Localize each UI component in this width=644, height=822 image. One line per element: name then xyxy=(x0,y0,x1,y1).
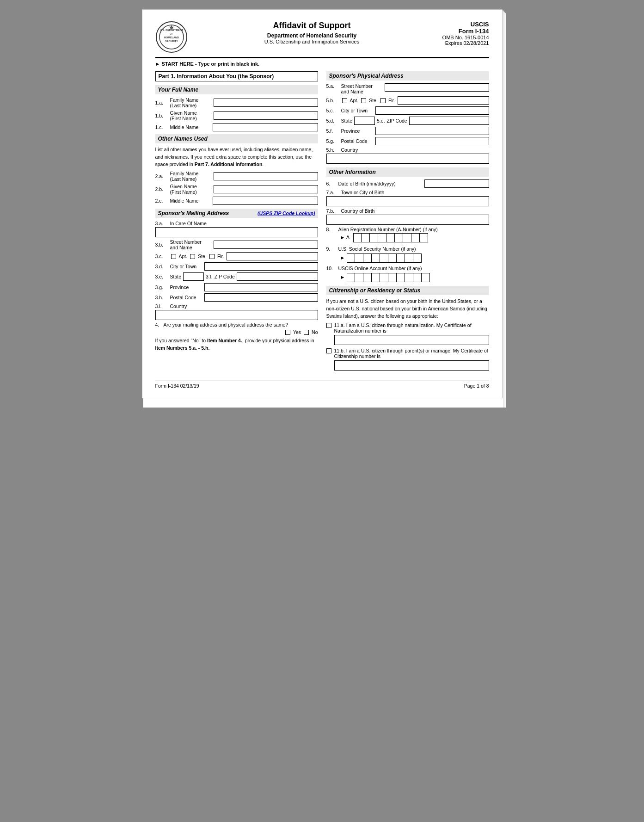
country-birth-input[interactable] xyxy=(326,215,489,225)
mailing-street-input[interactable] xyxy=(214,241,318,249)
phys-country-input[interactable] xyxy=(326,154,489,164)
phys-street-input[interactable] xyxy=(385,83,489,92)
a-seg-7[interactable] xyxy=(403,233,411,242)
field-3b-row: 3.b. Street Number and Name xyxy=(155,239,318,250)
middle-name-input[interactable] xyxy=(213,123,318,131)
ssn-boxes xyxy=(347,253,422,263)
acct-seg-1[interactable] xyxy=(347,273,355,282)
mailing-country-input[interactable] xyxy=(155,310,318,320)
header-center: Affidavit of Support Department of Homel… xyxy=(195,21,429,44)
a-seg-2[interactable] xyxy=(362,233,370,242)
acct-seg-6[interactable] xyxy=(388,273,397,282)
ssn-seg-3[interactable] xyxy=(363,253,372,263)
footer-right: Page 1 of 8 xyxy=(464,383,489,389)
field-1b-row: 1.b. Given Name (First Name) xyxy=(155,110,318,121)
field-5e-label: ZIP Code xyxy=(387,118,407,124)
ssn-seg-1[interactable] xyxy=(347,253,355,263)
mailing-zip-input[interactable] xyxy=(237,272,318,281)
acct-seg-2[interactable] xyxy=(355,273,363,282)
field-10-num: 10. xyxy=(326,266,337,271)
other-family-name-input[interactable] xyxy=(214,172,318,180)
phys-city-input[interactable] xyxy=(375,106,489,115)
main-content: Part 1. Information About You (the Spons… xyxy=(155,71,489,373)
phys-postal-input[interactable] xyxy=(375,137,489,145)
a-seg-3[interactable] xyxy=(370,233,378,242)
ssn-seg-7[interactable] xyxy=(397,253,405,263)
ste-label: Ste. xyxy=(198,253,207,259)
acct-seg-5[interactable] xyxy=(380,273,388,282)
field-3i-num: 3.i. xyxy=(155,303,168,309)
a-seg-5[interactable] xyxy=(386,233,395,242)
phys-flr-checkbox[interactable] xyxy=(380,98,386,103)
no-checkbox[interactable] xyxy=(304,330,309,335)
acct-seg-10[interactable] xyxy=(422,273,430,282)
ssn-seg-8[interactable] xyxy=(405,253,413,263)
apt-checkbox[interactable] xyxy=(171,254,176,259)
other-info-section: Other Information xyxy=(326,167,489,177)
field-3a-row: 3.a. In Care Of Name xyxy=(155,221,318,237)
mailing-city-input[interactable] xyxy=(204,262,318,271)
field-3e-num: 3.e. xyxy=(155,274,168,279)
acct-seg-9[interactable] xyxy=(413,273,422,282)
field-11b-row: 11.b. I am a U.S. citizen through parent… xyxy=(326,348,489,371)
dob-input[interactable] xyxy=(424,179,489,188)
your-full-name-section: Your Full Name xyxy=(155,85,318,94)
citizenship-cert-input[interactable] xyxy=(334,360,489,371)
dhs-logo: U.S. DEPARTMENT OF HOMELAND SECURITY xyxy=(155,21,188,53)
other-given-name-input[interactable] xyxy=(214,185,318,193)
phys-state-input[interactable] xyxy=(354,117,375,125)
town-birth-input[interactable] xyxy=(326,196,489,206)
phys-apt-checkbox[interactable] xyxy=(342,98,347,103)
form-title: Affidavit of Support xyxy=(195,21,429,31)
given-name-input[interactable] xyxy=(214,111,318,120)
header: U.S. DEPARTMENT OF HOMELAND SECURITY Aff… xyxy=(155,21,489,53)
mailing-state-input[interactable] xyxy=(183,272,204,281)
field-3d-row: 3.d. City or Town xyxy=(155,262,318,271)
field-3f-label: ZIP Code xyxy=(215,274,235,279)
ssn-seg-6[interactable] xyxy=(388,253,397,263)
11a-checkbox[interactable] xyxy=(326,323,331,328)
phys-zip-input[interactable] xyxy=(409,117,489,125)
dept-name: Department of Homeland Security xyxy=(195,32,429,39)
field-7a-num: 7.a. xyxy=(326,190,339,195)
a-seg-9[interactable] xyxy=(420,233,428,242)
in-care-of-input[interactable] xyxy=(155,227,318,237)
a-seg-6[interactable] xyxy=(395,233,403,242)
footer-left: Form I-134 02/13/19 xyxy=(155,383,199,389)
a-number-boxes xyxy=(353,233,428,242)
ssn-seg-4[interactable] xyxy=(372,253,380,263)
field-5a-label: Street Number and Name xyxy=(341,83,383,94)
11b-checkbox[interactable] xyxy=(326,348,331,353)
field-3b-label: Street Number and Name xyxy=(170,239,212,250)
uscis-acct-arrow: ► xyxy=(340,274,345,280)
ste-checkbox[interactable] xyxy=(190,254,195,259)
field-1a-row: 1.a. Family Name (Last Name) xyxy=(155,97,318,108)
a-seg-8[interactable] xyxy=(411,233,420,242)
ssn-seg-2[interactable] xyxy=(355,253,363,263)
acct-seg-4[interactable] xyxy=(372,273,380,282)
a-seg-1[interactable] xyxy=(353,233,362,242)
mailing-province-input[interactable] xyxy=(204,283,318,291)
field-3d-label: City or Town xyxy=(170,264,202,269)
mailing-postal-input[interactable] xyxy=(204,293,318,302)
phys-province-input[interactable] xyxy=(375,127,489,135)
phys-apt-input[interactable] xyxy=(398,96,489,105)
flr-checkbox[interactable] xyxy=(209,254,215,259)
a-seg-4[interactable] xyxy=(378,233,386,242)
field-7b-label: Country of Birth xyxy=(341,208,375,214)
flr-label: Flr. xyxy=(217,253,224,259)
acct-seg-3[interactable] xyxy=(363,273,372,282)
ssn-seg-5[interactable] xyxy=(380,253,388,263)
family-name-input[interactable] xyxy=(214,99,318,107)
acct-seg-8[interactable] xyxy=(405,273,413,282)
usps-link[interactable]: (USPS ZIP Code Lookup) xyxy=(258,210,315,216)
phys-ste-checkbox[interactable] xyxy=(361,98,366,103)
naturalization-cert-input[interactable] xyxy=(334,335,489,345)
other-names-section: Other Names Used xyxy=(155,134,318,143)
ssn-seg-9[interactable] xyxy=(413,253,422,263)
acct-seg-7[interactable] xyxy=(397,273,405,282)
apt-number-input[interactable] xyxy=(227,252,318,260)
uscis-label: USCIS xyxy=(429,21,489,28)
yes-checkbox[interactable] xyxy=(285,330,290,335)
other-middle-name-input[interactable] xyxy=(213,197,318,205)
